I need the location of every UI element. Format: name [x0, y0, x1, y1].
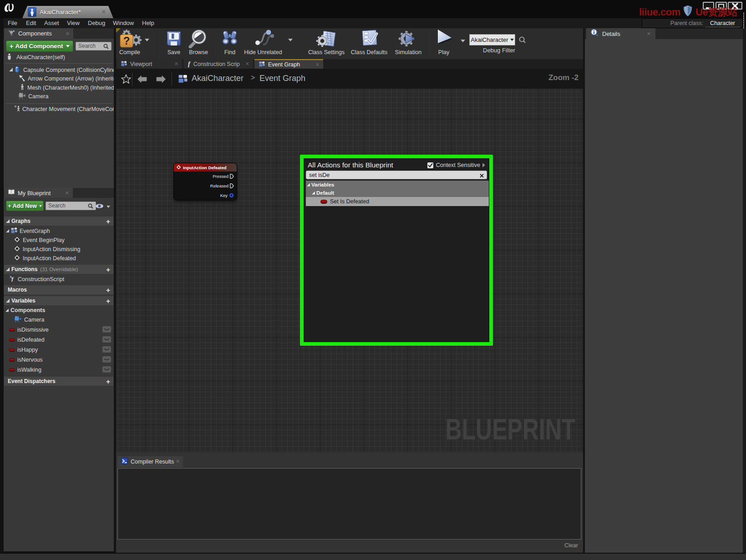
section-macros[interactable]: Macros + [4, 285, 113, 294]
asset-tab-close-icon[interactable]: ✕ [101, 9, 106, 15]
tree-row-inputaction-dismissing[interactable]: InputAction Dismissing [14, 246, 112, 252]
details-tab-close-icon[interactable]: ✕ [647, 31, 651, 37]
tree-row-eventgraph[interactable]: EventGraph [5, 227, 110, 234]
section-graphs[interactable]: Graphs + [4, 217, 113, 226]
add-component-button[interactable]: +Add Component [6, 40, 73, 52]
tree-row-arrow[interactable]: Arrow Component (Arrow) (Inherite [18, 75, 114, 82]
add-function-button[interactable]: + [106, 266, 110, 273]
variable-row-iswalking[interactable]: isWalking [9, 366, 100, 373]
my-blueprint-tab-close-icon[interactable]: ✕ [65, 190, 69, 196]
add-new-button[interactable]: +Add New [6, 201, 44, 211]
tree-row-capsule[interactable]: Capsule Component (CollisionCylind [9, 66, 114, 73]
variable-row-ishappy[interactable]: isHappy [9, 346, 100, 353]
tab-close-icon[interactable]: ✕ [174, 61, 178, 67]
breadcrumb-current[interactable]: Event Graph [259, 74, 305, 83]
menu-window[interactable]: Window [113, 20, 134, 26]
compile-button[interactable]: ? [119, 29, 143, 50]
add-graph-button[interactable]: + [106, 217, 110, 225]
variable-visibility-toggle[interactable] [102, 326, 111, 333]
menu-debug[interactable]: Debug [88, 20, 105, 26]
nav-back-icon[interactable] [137, 74, 148, 86]
pin-key[interactable]: Key [220, 193, 234, 198]
pin-pressed[interactable]: Pressed [213, 174, 234, 179]
clear-log-button[interactable]: Clear [564, 542, 578, 549]
expander-icon[interactable] [9, 67, 13, 73]
hide-unrelated-button[interactable] [252, 29, 274, 48]
context-sensitive-toggle[interactable]: Context Sensitive [427, 162, 485, 168]
component-self-row[interactable]: AkaiCharacter(self) [7, 54, 112, 61]
section-event-dispatchers[interactable]: Event Dispatchers + [4, 377, 113, 386]
compiler-results-tab[interactable]: Compiler Results ✕ [117, 456, 183, 467]
expand-arrow-icon[interactable] [482, 163, 485, 167]
add-macro-button[interactable]: + [106, 286, 110, 294]
debug-object-dropdown[interactable]: AkaiCharacter [469, 34, 515, 45]
bookmark-star-icon[interactable] [121, 74, 132, 86]
class-settings-button[interactable] [315, 29, 337, 50]
clear-search-icon[interactable]: ✕ [479, 172, 484, 180]
my-blueprint-search-input[interactable]: Search [46, 202, 96, 210]
checkbox-checked-icon[interactable] [427, 162, 433, 168]
components-search-input[interactable]: Search [76, 42, 112, 50]
my-blueprint-tab[interactable]: My Blueprint ✕ [4, 188, 73, 198]
simulation-button[interactable] [397, 29, 418, 50]
variable-visibility-toggle[interactable] [102, 336, 111, 343]
actions-category-default[interactable]: Default [306, 189, 489, 197]
expander-icon[interactable] [5, 228, 10, 234]
menu-file[interactable]: File [8, 20, 17, 26]
tree-row-camera[interactable]: Camera [18, 93, 114, 100]
menu-view[interactable]: View [67, 20, 80, 26]
compile-options-caret[interactable] [145, 39, 149, 41]
play-options-caret[interactable] [461, 40, 465, 42]
node-inputaction-defeated[interactable]: InputAction Defeated Pressed Released Ke… [173, 163, 237, 201]
tree-row-charmove[interactable]: Character Movement (CharMoveCom [14, 106, 114, 113]
compiler-tab-close-icon[interactable]: ✕ [176, 459, 180, 464]
variables-group-components[interactable]: Components [4, 307, 112, 314]
nav-forward-icon[interactable] [155, 74, 167, 86]
event-graph-canvas[interactable]: AkaiCharacter > Event Graph Zoom -2 BLUE… [116, 69, 583, 453]
tree-row-constructionscript[interactable]: f ConstructionScript [9, 276, 112, 283]
debug-search-icon[interactable] [518, 36, 526, 45]
tab-construction-script[interactable]: f Construction Scrip ✕ [183, 59, 253, 69]
tab-close-icon[interactable]: ✕ [245, 61, 249, 67]
tab-event-graph[interactable]: Event Graph ✕ [254, 59, 323, 69]
tree-row-mesh[interactable]: Mesh (CharacterMesh0) (Inherited) [20, 84, 114, 91]
breadcrumb-root[interactable]: AkaiCharacter [192, 74, 244, 83]
details-tab[interactable]: Details ✕ [586, 28, 655, 39]
save-button[interactable] [166, 30, 182, 49]
variable-visibility-toggle[interactable] [102, 366, 111, 373]
eye-dropdown-caret[interactable] [107, 206, 110, 208]
asset-editor-tab[interactable]: AkaiCharacter* ✕ [22, 6, 113, 18]
panel-divider[interactable] [583, 28, 585, 553]
add-dispatcher-button[interactable]: + [106, 378, 110, 385]
actions-category-variables[interactable]: Variables [306, 181, 489, 189]
menu-help[interactable]: Help [142, 20, 154, 26]
tree-row-beginplay[interactable]: Event BeginPlay [14, 237, 112, 243]
components-tab[interactable]: Components ✕ [4, 28, 73, 39]
action-set-is-defeated[interactable]: Set Is Defeated [306, 197, 489, 206]
variable-row-isdismissive[interactable]: isDismissive [9, 326, 100, 333]
visibility-eye-icon[interactable] [95, 203, 104, 211]
add-variable-button[interactable]: + [106, 297, 110, 305]
parent-class-value[interactable]: Character [705, 20, 740, 27]
tree-row-inputaction-defeated[interactable]: InputAction Defeated [14, 255, 112, 262]
section-functions[interactable]: Functions (31 Overridable) + [4, 265, 113, 274]
class-defaults-button[interactable] [359, 29, 380, 50]
menu-asset[interactable]: Asset [44, 20, 59, 26]
browse-button[interactable] [188, 28, 209, 50]
pin-released[interactable]: Released [210, 183, 234, 188]
hide-unrelated-caret[interactable] [288, 39, 293, 41]
variable-row-camera[interactable]: Camera [14, 316, 112, 323]
components-tab-close-icon[interactable]: ✕ [66, 31, 70, 37]
tab-close-icon[interactable]: ✕ [315, 62, 320, 68]
play-button[interactable] [435, 29, 453, 49]
actions-search-input[interactable]: set isDe ✕ [306, 171, 487, 179]
variable-visibility-toggle[interactable] [102, 346, 111, 353]
find-button[interactable] [221, 30, 239, 48]
menu-edit[interactable]: Edit [26, 20, 36, 26]
variable-row-isdefeated[interactable]: isDefeated [9, 336, 100, 343]
variable-row-isnervous[interactable]: isNervous [9, 356, 100, 363]
variable-visibility-toggle[interactable] [102, 356, 111, 363]
tab-viewport[interactable]: Viewport ✕ [117, 59, 182, 69]
section-variables[interactable]: Variables + [4, 296, 113, 305]
panel-divider[interactable] [114, 28, 116, 553]
